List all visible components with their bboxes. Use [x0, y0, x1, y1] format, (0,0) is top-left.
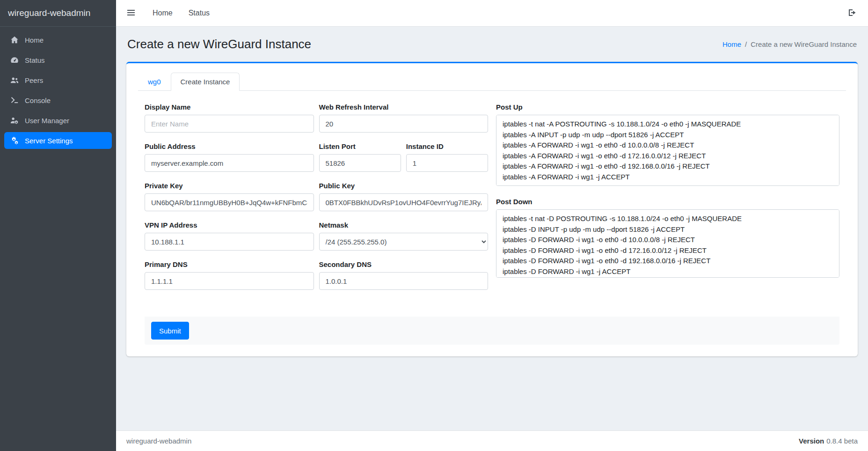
- menu-icon[interactable]: [126, 8, 137, 18]
- footer-brand: wireguard-webadmin: [126, 437, 191, 445]
- tab-create-instance[interactable]: Create Instance: [171, 73, 240, 91]
- public-address-label: Public Address: [145, 142, 314, 150]
- netmask-select[interactable]: /24 (255.255.255.0): [319, 233, 489, 251]
- post-down-textarea[interactable]: iptables -t nat -D POSTROUTING -s 10.188…: [496, 209, 839, 278]
- public-key-input[interactable]: [319, 193, 489, 211]
- top-navbar: Home Status: [116, 0, 868, 27]
- sidebar-item-label: Status: [25, 56, 45, 64]
- public-key-label: Public Key: [319, 182, 489, 190]
- sidebar-item-label: User Manager: [25, 117, 69, 125]
- user-gear-icon: [10, 116, 19, 125]
- sidebar-item-status[interactable]: Status: [4, 52, 112, 68]
- sidebar-item-server-settings[interactable]: Server Settings: [4, 132, 112, 149]
- instance-id-input[interactable]: [406, 154, 488, 172]
- post-down-label: Post Down: [496, 198, 839, 206]
- breadcrumb-current: Create a new WireGuard Instance: [751, 40, 857, 48]
- form-left-section: Display Name Web Refresh Interval: [145, 103, 488, 300]
- public-address-input[interactable]: [145, 154, 314, 172]
- listen-port-input[interactable]: [319, 154, 401, 172]
- vpn-ip-label: VPN IP Address: [145, 221, 314, 229]
- instance-id-field-group: Instance ID: [406, 142, 488, 172]
- sidebar-item-peers[interactable]: Peers: [4, 72, 112, 89]
- primary-dns-label: Primary DNS: [145, 260, 314, 268]
- instance-id-label: Instance ID: [406, 142, 488, 150]
- content-area: Create a new WireGuard Instance Home / C…: [116, 27, 868, 430]
- logout-icon[interactable]: [847, 8, 858, 18]
- post-down-field-group: Post Down iptables -t nat -D POSTROUTING…: [496, 198, 839, 280]
- post-up-field-group: Post Up iptables -t nat -A POSTROUTING -…: [496, 103, 839, 188]
- instance-card: wg0 Create Instance Display Name: [126, 62, 858, 356]
- form-right-section: Post Up iptables -t nat -A POSTROUTING -…: [496, 103, 839, 300]
- breadcrumb-separator: /: [745, 40, 747, 48]
- sidebar-item-home[interactable]: Home: [4, 31, 112, 48]
- listen-port-field-group: Listen Port: [319, 142, 401, 172]
- private-key-field-group: Private Key: [145, 182, 314, 211]
- netmask-field-group: Netmask /24 (255.255.255.0): [319, 221, 489, 251]
- gears-icon: [10, 136, 19, 145]
- home-icon: [10, 35, 19, 44]
- sidebar: wireguard-webadmin Home Status Peers: [0, 0, 116, 451]
- netmask-label: Netmask: [319, 221, 489, 229]
- sidebar-item-label: Console: [25, 96, 51, 104]
- primary-dns-field-group: Primary DNS: [145, 260, 314, 290]
- vpn-ip-input[interactable]: [145, 233, 314, 251]
- instance-tabs: wg0 Create Instance: [138, 73, 846, 91]
- public-address-field-group: Public Address: [145, 142, 314, 172]
- instance-form: Display Name Web Refresh Interval: [145, 103, 839, 300]
- secondary-dns-label: Secondary DNS: [319, 260, 489, 268]
- private-key-input[interactable]: [145, 193, 314, 211]
- web-refresh-field-group: Web Refresh Interval: [319, 103, 489, 133]
- web-refresh-input[interactable]: [319, 115, 489, 133]
- display-name-input[interactable]: [145, 115, 314, 133]
- public-key-field-group: Public Key: [319, 182, 489, 211]
- sidebar-item-user-manager[interactable]: User Manager: [4, 112, 112, 129]
- card-body: wg0 Create Instance Display Name: [126, 63, 858, 356]
- display-name-field-group: Display Name: [145, 103, 314, 133]
- main-column: Home Status Create a new WireGuard Insta…: [116, 0, 868, 451]
- vpn-ip-field-group: VPN IP Address: [145, 221, 314, 251]
- page-title: Create a new WireGuard Instance: [127, 37, 311, 52]
- breadcrumb-home-link[interactable]: Home: [722, 40, 741, 48]
- terminal-icon: [10, 96, 19, 105]
- port-id-split: Listen Port Instance ID: [319, 142, 489, 172]
- footer-version-label: Version: [799, 437, 824, 445]
- nav-link-status[interactable]: Status: [189, 9, 210, 17]
- submit-button[interactable]: Submit: [151, 322, 189, 340]
- sidebar-item-console[interactable]: Console: [4, 92, 112, 109]
- listen-port-label: Listen Port: [319, 142, 401, 150]
- create-instance-pane: Display Name Web Refresh Interval: [138, 91, 846, 345]
- footer-version-value: 0.8.4 beta: [826, 437, 858, 445]
- page-header: Create a new WireGuard Instance Home / C…: [126, 34, 858, 54]
- users-icon: [10, 75, 19, 85]
- post-up-label: Post Up: [496, 103, 839, 111]
- sidebar-item-label: Home: [25, 36, 44, 44]
- footer-version: Version0.8.4 beta: [799, 437, 858, 445]
- secondary-dns-field-group: Secondary DNS: [319, 260, 489, 290]
- form-footer: Submit: [145, 317, 839, 345]
- gauge-icon: [10, 55, 19, 65]
- display-name-label: Display Name: [145, 103, 314, 111]
- tab-wg0[interactable]: wg0: [138, 73, 171, 91]
- post-up-textarea[interactable]: iptables -t nat -A POSTROUTING -s 10.188…: [496, 115, 839, 186]
- page-footer: wireguard-webadmin Version0.8.4 beta: [116, 430, 868, 451]
- primary-dns-input[interactable]: [145, 272, 314, 290]
- nav-link-home[interactable]: Home: [153, 9, 173, 17]
- secondary-dns-input[interactable]: [319, 272, 489, 290]
- breadcrumb: Home / Create a new WireGuard Instance: [722, 40, 857, 48]
- brand-title[interactable]: wireguard-webadmin: [0, 0, 116, 27]
- sidebar-item-label: Peers: [25, 76, 43, 84]
- web-refresh-label: Web Refresh Interval: [319, 103, 489, 111]
- private-key-label: Private Key: [145, 182, 314, 190]
- app-root: wireguard-webadmin Home Status Peers: [0, 0, 868, 451]
- sidebar-item-label: Server Settings: [25, 137, 73, 145]
- sidebar-nav: Home Status Peers Console: [0, 27, 116, 157]
